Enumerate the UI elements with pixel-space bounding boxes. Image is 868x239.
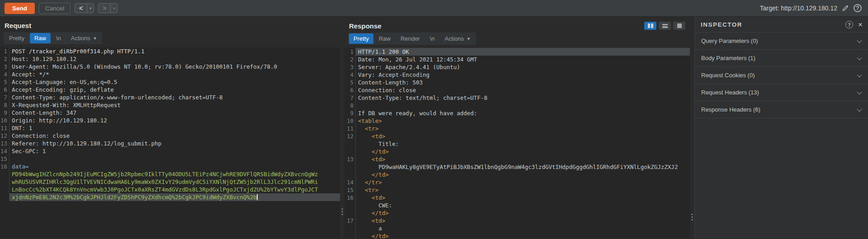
splitter-handle-icon[interactable]: [692, 214, 693, 220]
code-text: whRU5USVRZIHRlc3QgU1lTVEVNICdwaHA6Ly9maW…: [9, 178, 340, 186]
code-text: Connection: close: [9, 132, 340, 140]
code-row[interactable]: 4 Accept: */*: [0, 70, 340, 78]
code-row[interactable]: Title:: [344, 140, 690, 148]
code-row[interactable]: 12 <td>: [344, 132, 690, 140]
code-row[interactable]: </td>: [344, 209, 690, 217]
single-layout-button[interactable]: [673, 22, 685, 30]
code-row[interactable]: 17 <td>: [344, 217, 690, 225]
code-row[interactable]: 16 <td>: [344, 194, 690, 202]
code-text: Referer: http://10.129.180.12/log_submit…: [9, 140, 340, 147]
code-row[interactable]: 5 Accept-Language: en-US,en;q=0.5: [0, 78, 340, 86]
history-back-dropdown-icon[interactable]: ▾: [87, 4, 94, 13]
line-number: 3: [0, 63, 9, 70]
request-tab-pretty[interactable]: Pretty: [5, 33, 29, 43]
code-row[interactable]: 12 Connection: close: [0, 132, 340, 140]
target-area: Target: http://10.129.180.12 ?: [760, 4, 862, 12]
response-tab-actions[interactable]: Actions▼: [440, 33, 475, 44]
code-row[interactable]: whRU5USVRZIHRlc3QgU1lTVEVNICdwaHA6Ly9maW…: [0, 178, 340, 186]
inspector-close-icon[interactable]: ×: [858, 21, 863, 28]
code-row[interactable]: PD9waHAKLy8gVE9ETyAtPiBJbXBsZW1lbnQgbG9n…: [344, 163, 690, 171]
history-forward-dropdown-icon[interactable]: ▾: [110, 4, 117, 13]
code-row[interactable]: a: [344, 225, 690, 232]
code-row[interactable]: 16 data=: [0, 163, 340, 170]
code-row[interactable]: LnBocCc%2bXT4KCQk8YnVncmVwb3J0PgoJCTx0aX…: [0, 186, 340, 193]
code-row[interactable]: 15 <tr>: [344, 186, 690, 194]
code-row[interactable]: 13 Referer: http://10.129.180.12/log_sub…: [0, 140, 340, 147]
code-row[interactable]: 11 DNT: 1: [0, 124, 340, 132]
code-row[interactable]: 2 Host: 10.129.180.12: [0, 55, 340, 63]
response-tab-raw[interactable]: Raw: [374, 33, 395, 44]
code-row[interactable]: 4 Vary: Accept-Encoding: [344, 71, 690, 79]
request-response-splitter[interactable]: [340, 17, 344, 239]
response-inspector-splitter[interactable]: [690, 17, 694, 239]
code-row[interactable]: 11 <tr>: [344, 125, 690, 132]
response-tab-render[interactable]: Render: [396, 33, 425, 44]
inspector-section-request-cookies[interactable]: Request Cookies (0): [695, 67, 868, 84]
line-number: [0, 193, 9, 201]
code-row[interactable]: 13 <td>: [344, 155, 690, 163]
inspector-section-label: Request Headers (13): [701, 89, 759, 96]
columns-layout-button[interactable]: [644, 22, 656, 30]
line-number: 6: [0, 86, 9, 94]
request-tab-raw[interactable]: Raw: [30, 33, 51, 43]
inspector-section-body-parameters[interactable]: Body Parameters (1): [695, 50, 868, 67]
edit-target-icon[interactable]: [842, 5, 849, 12]
code-row[interactable]: PD94bWwgIHZlcnNpb249IjEuMCIgZW5jb2Rpbmc9…: [0, 170, 340, 178]
code-row[interactable]: </td>: [344, 232, 690, 239]
code-row[interactable]: 6 Accept-Encoding: gzip, deflate: [0, 86, 340, 94]
code-text: If DB were ready, would have added:: [356, 109, 690, 117]
inspector-section-query-parameters[interactable]: Query Parameters (0): [695, 33, 868, 50]
code-row[interactable]: 15: [0, 155, 340, 163]
send-button[interactable]: Send: [5, 3, 35, 14]
code-row[interactable]: 6 Connection: close: [344, 86, 690, 94]
code-row[interactable]: </td>: [344, 148, 690, 155]
code-row[interactable]: 14 </tr>: [344, 178, 690, 186]
chevron-down-icon: [857, 55, 862, 60]
line-number: 14: [0, 147, 9, 155]
code-row[interactable]: 3 Server: Apache/2.4.41 (Ubuntu): [344, 63, 690, 71]
inspector-section-request-headers[interactable]: Request Headers (13): [695, 84, 868, 101]
code-row[interactable]: 9 If DB were ready, would have added:: [344, 109, 690, 117]
code-row[interactable]: 1 HTTP/1.1 200 OK: [344, 48, 690, 56]
code-row[interactable]: 5 Content-Length: 503: [344, 79, 690, 86]
request-tab-actions[interactable]: Actions▼: [66, 33, 102, 43]
rows-layout-button[interactable]: [659, 22, 671, 30]
request-tab-n[interactable]: \n: [52, 33, 66, 43]
code-text: LnBocCc%2bXT4KCQk8YnVncmVwb3J0PgoJCTx0aX…: [9, 186, 340, 193]
code-text: Connection: close: [356, 86, 690, 94]
code-row[interactable]: 7 Content-Type: application/x-www-form-u…: [0, 94, 340, 101]
code-row[interactable]: 7 Content-Type: text/html; charset=UTF-8: [344, 94, 690, 102]
code-text: data=: [9, 163, 340, 170]
code-row[interactable]: 8: [344, 102, 690, 109]
code-row[interactable]: 14 Sec-GPC: 1: [0, 147, 340, 155]
help-icon[interactable]: ?: [854, 4, 862, 12]
cancel-button[interactable]: Cancel: [39, 3, 71, 14]
code-row[interactable]: 10 Origin: http://10.129.180.12: [0, 117, 340, 124]
code-row[interactable]: 10 <table>: [344, 117, 690, 125]
code-row[interactable]: 2 Date: Mon, 26 Jul 2021 12:45:34 GMT: [344, 56, 690, 63]
code-text: Content-Type: text/html; charset=UTF-8: [356, 94, 690, 102]
code-row[interactable]: CWE:: [344, 202, 690, 209]
code-text: PD94bWwgIHZlcnNpb249IjEuMCIgZW5jb2Rpbmc9…: [9, 170, 340, 178]
repeater-main: Request Pretty Raw \n Actions▼ 1 POST /t…: [0, 17, 868, 239]
response-tab-n[interactable]: \n: [425, 33, 439, 44]
code-row[interactable]: xjdnNzPmE8L2N2c3M%2bCgkJPHJld2FyZD5hPC9y…: [0, 193, 340, 201]
history-forward-button[interactable]: >: [99, 4, 110, 13]
code-row[interactable]: 9 Content-Length: 347: [0, 109, 340, 117]
request-editor[interactable]: 1 POST /tracker_diRbPr00f314.php HTTP/1.…: [0, 47, 340, 239]
response-editor[interactable]: 1 HTTP/1.1 200 OK 2 Date: Mon, 26 Jul 20…: [344, 48, 690, 239]
inspector-header: INSPECTOR ? ×: [695, 17, 868, 33]
code-text: CWE:: [356, 202, 690, 209]
code-text: X-Requested-With: XMLHttpRequest: [9, 101, 340, 109]
rows-layout-icon: [662, 24, 668, 28]
inspector-help-icon[interactable]: ?: [845, 21, 853, 28]
response-tab-pretty[interactable]: Pretty: [349, 33, 373, 44]
code-row[interactable]: 3 User-Agent: Mozilla/5.0 (Windows NT 10…: [0, 63, 340, 70]
history-back-button[interactable]: <: [75, 4, 87, 13]
inspector-section-response-headers[interactable]: Response Headers (6): [695, 101, 868, 118]
code-row[interactable]: 8 X-Requested-With: XMLHttpRequest: [0, 101, 340, 109]
code-text: <td>: [356, 194, 690, 202]
code-row[interactable]: 1 POST /tracker_diRbPr00f314.php HTTP/1.…: [0, 47, 340, 55]
code-row[interactable]: </td>: [344, 171, 690, 178]
splitter-handle-icon[interactable]: [342, 208, 343, 215]
